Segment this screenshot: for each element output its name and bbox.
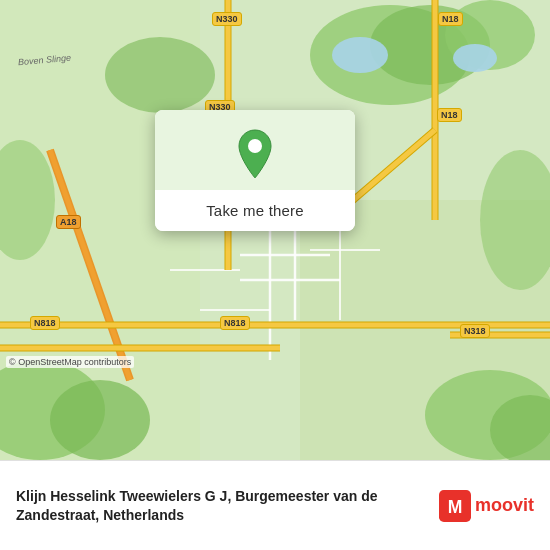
place-name: Klijn Hesselink Tweewielers G J, Burgeme… xyxy=(16,487,427,523)
svg-point-14 xyxy=(453,44,497,72)
map-pin-icon xyxy=(233,128,277,180)
moovit-logo: M moovit xyxy=(439,490,534,522)
bottom-bar: Klijn Hesselink Tweewielers G J, Burgeme… xyxy=(0,460,550,550)
road-label-a18: A18 xyxy=(56,215,81,229)
place-info: Klijn Hesselink Tweewielers G J, Burgeme… xyxy=(16,487,427,523)
svg-point-6 xyxy=(105,37,215,113)
road-label-n18-top: N18 xyxy=(438,12,463,26)
road-label-n318: N318 xyxy=(460,324,490,338)
svg-point-8 xyxy=(50,380,150,460)
svg-text:M: M xyxy=(448,497,463,517)
road-label-n818-mid: N818 xyxy=(220,316,250,330)
location-popup: Take me there xyxy=(155,110,355,231)
popup-header xyxy=(155,110,355,190)
road-label-n818-left: N818 xyxy=(30,316,60,330)
take-me-there-button[interactable]: Take me there xyxy=(155,190,355,231)
road-label-n18-right: N18 xyxy=(437,108,462,122)
map-view[interactable]: N330 N330 N18 N18 A18 N818 N818 N318 Bov… xyxy=(0,0,550,460)
osm-attribution: © OpenStreetMap contributors xyxy=(6,356,134,368)
moovit-icon-svg: M xyxy=(439,490,471,522)
road-label-n330-top: N330 xyxy=(212,12,242,26)
moovit-text: moovit xyxy=(475,495,534,516)
svg-point-37 xyxy=(248,139,262,153)
svg-point-13 xyxy=(332,37,388,73)
